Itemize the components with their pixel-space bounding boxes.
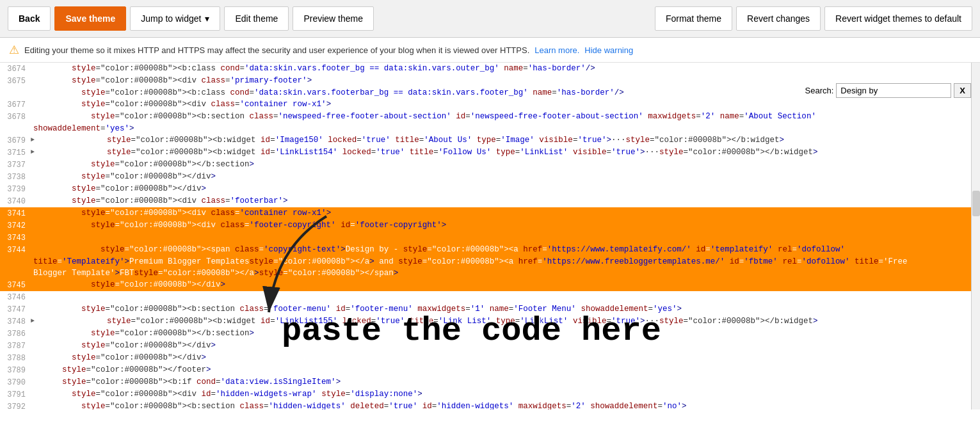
jump-to-widget-button[interactable]: Jump to widget ▾: [130, 6, 220, 31]
line-number: 3786: [0, 328, 31, 340]
line-number: 3677: [0, 99, 31, 111]
code-line-3: 3677 style="color:#00008b"><div class='c…: [0, 99, 980, 111]
line-number: 3675: [0, 75, 31, 87]
line-number: [0, 87, 31, 88]
code-lines: 3674 style="color:#00008b"><b:class cond…: [0, 63, 980, 410]
code-editor[interactable]: 3674 style="color:#00008b"><b:class cond…: [0, 63, 980, 410]
warning-icon: ⚠: [9, 43, 19, 57]
line-content: style="color:#00008b"><div class='contai…: [31, 207, 980, 219]
line-number: 3744: [0, 244, 31, 256]
line-content: style="color:#00008b"></div>: [31, 183, 980, 195]
code-line-7: 3715► style="color:#00008b"><b:widget id…: [0, 147, 980, 159]
learn-more-link[interactable]: Learn more.: [534, 45, 579, 55]
line-number: 3748: [0, 315, 31, 328]
line-content: style="color:#00008b"><b:widget id='Link…: [37, 147, 980, 158]
line-number: 3678: [0, 111, 31, 123]
revert-widget-themes-button[interactable]: Revert widget themes to default: [824, 6, 972, 31]
save-theme-button[interactable]: Save theme: [54, 6, 126, 31]
line-number: 3746: [0, 291, 31, 303]
code-line-20: 3747 style="color:#00008b"><b:section cl…: [0, 303, 980, 315]
line-content: style="color:#00008b"><b:class cond='dat…: [31, 63, 980, 74]
right-toolbar-group: Format theme Revert changes Revert widge…: [655, 6, 972, 31]
line-number: [0, 267, 31, 268]
line-content: style="color:#00008b"><b:section class='…: [31, 401, 980, 410]
line-number: 3715: [0, 147, 31, 159]
line-number: 3743: [0, 232, 31, 244]
expand-arrow-icon[interactable]: ►: [31, 315, 37, 327]
code-line-6: 3679► style="color:#00008b"><b:widget id…: [0, 134, 980, 147]
code-line-4: 3678 style="color:#00008b"><b:section cl…: [0, 111, 980, 123]
line-number: 3787: [0, 340, 31, 352]
line-number: [0, 256, 31, 257]
line-number: 3792: [0, 401, 31, 410]
line-number: 3788: [0, 352, 31, 364]
search-input[interactable]: [836, 83, 951, 98]
revert-changes-button[interactable]: Revert changes: [736, 6, 821, 31]
format-theme-button[interactable]: Format theme: [655, 6, 732, 31]
line-content: showaddelement='yes'>: [31, 123, 980, 134]
code-line-22: 3786 style="color:#00008b"></b:section>: [0, 328, 980, 340]
line-number: [0, 123, 31, 123]
line-number: 3790: [0, 376, 31, 388]
scrollbar-thumb[interactable]: [972, 191, 980, 216]
expand-arrow-icon[interactable]: ►: [31, 134, 37, 146]
code-line-9: 3738 style="color:#00008b"></div>: [0, 171, 980, 183]
line-content: style="color:#00008b"></div>: [31, 171, 980, 182]
line-content: style="color:#00008b"><div class='footer…: [31, 195, 980, 207]
line-number: 3737: [0, 159, 31, 171]
line-content: style="color:#00008b"><div class='footer…: [31, 219, 980, 231]
dropdown-arrow-icon: ▾: [205, 13, 209, 24]
preview-theme-button[interactable]: Preview theme: [293, 6, 374, 31]
hide-warning-link[interactable]: Hide warning: [584, 45, 633, 55]
code-line-18: 3745 style="color:#00008b"></div>: [0, 279, 980, 291]
line-content: style="color:#00008b"><b:if cond='data:v…: [31, 376, 980, 388]
code-line-23: 3787 style="color:#00008b"></div>: [0, 340, 980, 352]
line-number: 3742: [0, 219, 31, 232]
expand-arrow-icon[interactable]: ►: [31, 147, 37, 158]
search-bar: Search: X: [805, 83, 971, 98]
line-content: title='Templateify'>Premium Blogger Temp…: [31, 256, 980, 267]
line-content: style="color:#00008b"><div id='hidden-wi…: [31, 388, 980, 400]
line-content: style="color:#00008b"><b:section class='…: [31, 303, 980, 315]
code-line-19: 3746: [0, 291, 980, 303]
warning-bar: ⚠ Editing your theme so it mixes HTTP an…: [0, 38, 980, 63]
line-number: 3741: [0, 207, 31, 219]
warning-text: Editing your theme so it mixes HTTP and …: [24, 45, 529, 55]
line-content: style="color:#00008b"><b:widget id='Imag…: [37, 134, 980, 146]
line-number: 3791: [0, 388, 31, 401]
code-line-11: 3740 style="color:#00008b"><div class='f…: [0, 195, 980, 207]
code-line-12: 3741 style="color:#00008b"><div class='c…: [0, 207, 980, 219]
search-label: Search:: [805, 86, 834, 95]
code-line-28: 3792 style="color:#00008b"><b:section cl…: [0, 401, 980, 410]
line-content: style="color:#00008b"><b:widget id='Link…: [37, 315, 980, 327]
line-number: 3738: [0, 171, 31, 183]
line-number: 3747: [0, 303, 31, 315]
line-content: style="color:#00008b"></div>: [31, 279, 980, 291]
line-content: style="color:#00008b"></b:section>: [31, 328, 980, 339]
line-number: 3740: [0, 195, 31, 207]
back-button[interactable]: Back: [8, 6, 51, 31]
search-close-button[interactable]: X: [954, 83, 971, 98]
code-line-5: showaddelement='yes'>: [0, 123, 980, 134]
code-line-17: Blogger Template'>FBTstyle="color:#00008…: [0, 267, 980, 279]
code-line-13: 3742 style="color:#00008b"><div class='f…: [0, 219, 980, 232]
code-line-24: 3788 style="color:#00008b"></div>: [0, 352, 980, 364]
line-content: style="color:#00008b"><b:section class='…: [31, 111, 980, 122]
toolbar: Back Save theme Jump to widget ▾ Edit th…: [0, 0, 980, 38]
line-content: Blogger Template'>FBTstyle="color:#00008…: [31, 267, 980, 279]
code-line-14: 3743: [0, 232, 980, 244]
line-content: style="color:#00008b"></div>: [31, 352, 980, 363]
edit-theme-button[interactable]: Edit theme: [224, 6, 289, 31]
code-line-0: 3674 style="color:#00008b"><b:class cond…: [0, 63, 980, 75]
line-number: 3745: [0, 279, 31, 291]
line-content: style="color:#00008b"><span class='copyr…: [31, 244, 980, 255]
code-line-16: title='Templateify'>Premium Blogger Temp…: [0, 256, 980, 267]
line-number: 3789: [0, 364, 31, 376]
line-content: style="color:#00008b"></div>: [31, 340, 980, 351]
code-line-10: 3739 style="color:#00008b"></div>: [0, 183, 980, 195]
code-line-27: 3791 style="color:#00008b"><div id='hidd…: [0, 388, 980, 401]
line-number: 3674: [0, 63, 31, 75]
scrollbar-track[interactable]: [971, 63, 980, 410]
code-line-26: 3790 style="color:#00008b"><b:if cond='d…: [0, 376, 980, 388]
line-number: 3679: [0, 134, 31, 147]
